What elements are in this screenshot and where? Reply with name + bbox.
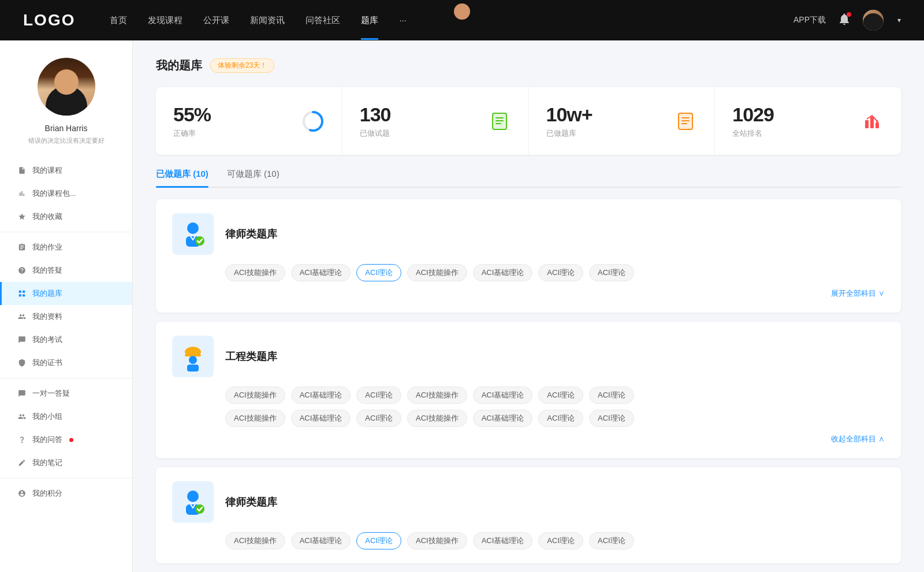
person-circle-icon: [17, 489, 27, 498]
category-card-lawyer-1: 律师类题库 ACI技能操作 ACI基础理论 ACI理论 ACI技能操作 ACI基…: [156, 199, 901, 313]
bar-chart-icon: [17, 189, 27, 198]
tag-3-4[interactable]: ACI基础理论: [473, 532, 533, 549]
question-circle-icon: [17, 266, 27, 275]
sidebar-label-course-pack: 我的课程包...: [32, 188, 76, 199]
chat-icon: [17, 389, 27, 398]
category-title-3: 律师类题库: [225, 495, 277, 509]
app-download-btn[interactable]: APP下载: [793, 15, 826, 25]
tag-1-1[interactable]: ACI基础理论: [291, 264, 351, 281]
sidebar-label-homework: 我的作业: [32, 242, 62, 252]
main-layout: Brian Harris 错误的决定比没有决定要好 我的课程 我的课程包... …: [0, 40, 924, 572]
expand-link-1[interactable]: 展开全部科目 ∨: [172, 288, 885, 299]
svg-rect-4: [495, 117, 504, 118]
tag-1-2[interactable]: ACI理论: [356, 264, 401, 281]
stat-banks-label: 已做题库: [546, 128, 665, 139]
nav-more[interactable]: ···: [399, 15, 407, 26]
tag-2b-1[interactable]: ACI基础理论: [291, 410, 351, 427]
tag-2b-6[interactable]: ACI理论: [589, 410, 634, 427]
tag-2b-3[interactable]: ACI技能操作: [407, 410, 467, 427]
svg-point-23: [187, 491, 199, 502]
sidebar-item-my-homework[interactable]: 我的作业: [0, 236, 132, 259]
stat-done-value: 130: [360, 103, 479, 126]
stat-banks-icon: [674, 110, 697, 133]
tag-2a-3[interactable]: ACI技能操作: [407, 387, 467, 404]
sidebar-label-one-on-one: 一对一答疑: [32, 388, 70, 399]
nav-discover[interactable]: 发现课程: [148, 15, 182, 26]
topnav-right: APP下载 ▾: [793, 10, 901, 31]
nav-home[interactable]: 首页: [110, 15, 127, 26]
sidebar-username: Brian Harris: [45, 124, 88, 133]
nav-questions[interactable]: 题库: [361, 15, 378, 26]
tag-1-4[interactable]: ACI基础理论: [473, 264, 533, 281]
sidebar-item-my-profile[interactable]: 我的资料: [0, 305, 132, 328]
person-grid-icon: [17, 312, 27, 321]
sidebar-item-my-answers[interactable]: 我的问答: [0, 428, 132, 451]
tag-2a-6[interactable]: ACI理论: [589, 387, 634, 404]
category-card-engineer-1: 工程类题库 ACI技能操作 ACI基础理论 ACI理论 ACI技能操作 ACI基…: [156, 322, 901, 458]
tag-3-2[interactable]: ACI理论: [356, 532, 401, 549]
sidebar-item-my-course[interactable]: 我的课程: [0, 159, 132, 182]
category-title-1: 律师类题库: [225, 227, 277, 241]
tag-2a-4[interactable]: ACI基础理论: [473, 387, 533, 404]
sidebar-item-my-points[interactable]: 我的积分: [0, 482, 132, 505]
logo: LOGO: [23, 11, 75, 29]
svg-point-15: [876, 120, 878, 122]
tag-2b-5[interactable]: ACI理论: [538, 410, 583, 427]
tag-3-5[interactable]: ACI理论: [538, 532, 583, 549]
stat-done-wrap: 130 已做试题: [360, 103, 479, 139]
tab-done-banks[interactable]: 已做题库 (10): [156, 169, 208, 187]
tag-2b-2[interactable]: ACI理论: [356, 410, 401, 427]
group-icon: [17, 412, 27, 421]
sidebar-item-my-exam[interactable]: 我的考试: [0, 328, 132, 351]
tag-3-1[interactable]: ACI基础理论: [291, 532, 351, 549]
stat-banks-wrap: 10w+ 已做题库: [546, 103, 665, 139]
stat-ranking-label: 全站排名: [732, 128, 851, 139]
user-avatar[interactable]: [863, 10, 884, 31]
document-icon: [17, 335, 27, 344]
tag-1-5[interactable]: ACI理论: [538, 264, 583, 281]
user-menu-chevron[interactable]: ▾: [897, 16, 901, 24]
sidebar-divider-3: [0, 478, 132, 478]
sidebar-label-my-course: 我的课程: [32, 165, 62, 176]
svg-rect-5: [495, 120, 504, 121]
nav-qa[interactable]: 问答社区: [305, 15, 340, 26]
stat-done-label: 已做试题: [360, 128, 479, 139]
stat-ranking-icon: [860, 110, 884, 133]
stat-banks-value: 10w+: [546, 103, 665, 126]
svg-rect-12: [865, 120, 869, 128]
tag-3-0[interactable]: ACI技能操作: [225, 532, 285, 549]
sidebar-item-my-notes[interactable]: 我的笔记: [0, 451, 132, 474]
tag-1-6[interactable]: ACI理论: [589, 264, 634, 281]
file-icon: [17, 166, 27, 175]
tab-available-banks[interactable]: 可做题库 (10): [227, 169, 280, 187]
tag-3-3[interactable]: ACI技能操作: [407, 532, 467, 549]
question-mark-icon: [17, 435, 27, 444]
sidebar-item-my-questions[interactable]: 我的题库: [0, 282, 132, 305]
tag-2a-1[interactable]: ACI基础理论: [291, 387, 351, 404]
tag-2b-0[interactable]: ACI技能操作: [225, 410, 285, 427]
tag-2b-4[interactable]: ACI基础理论: [473, 410, 533, 427]
category-header-2: 工程类题库: [172, 336, 885, 377]
tag-2a-5[interactable]: ACI理论: [538, 387, 583, 404]
trial-badge: 体验剩余23天！: [210, 58, 274, 73]
tag-3-6[interactable]: ACI理论: [589, 532, 634, 549]
sidebar-item-my-course-pack[interactable]: 我的课程包...: [0, 182, 132, 205]
sidebar-item-my-favorites[interactable]: 我的收藏: [0, 205, 132, 228]
stat-accuracy-label: 正确率: [173, 128, 292, 139]
tag-2a-2[interactable]: ACI理论: [356, 387, 401, 404]
sidebar-item-my-qa[interactable]: 我的答疑: [0, 259, 132, 282]
nav-news[interactable]: 新闻资讯: [250, 15, 285, 26]
sidebar-item-my-group[interactable]: 我的小组: [0, 405, 132, 428]
collapse-link-2[interactable]: 收起全部科目 ∧: [172, 434, 885, 444]
svg-point-16: [187, 222, 199, 234]
sidebar-label-qa: 我的答疑: [32, 265, 62, 276]
tag-1-3[interactable]: ACI技能操作: [407, 264, 467, 281]
svg-rect-13: [870, 117, 874, 128]
tag-1-0[interactable]: ACI技能操作: [225, 264, 285, 281]
notification-bell[interactable]: [837, 12, 851, 28]
sidebar-item-my-cert[interactable]: 我的证书: [0, 351, 132, 374]
tag-2a-0[interactable]: ACI技能操作: [225, 387, 285, 404]
sidebar-label-points: 我的积分: [32, 488, 62, 499]
sidebar-item-one-on-one[interactable]: 一对一答疑: [0, 382, 132, 405]
nav-open-course[interactable]: 公开课: [203, 15, 229, 26]
